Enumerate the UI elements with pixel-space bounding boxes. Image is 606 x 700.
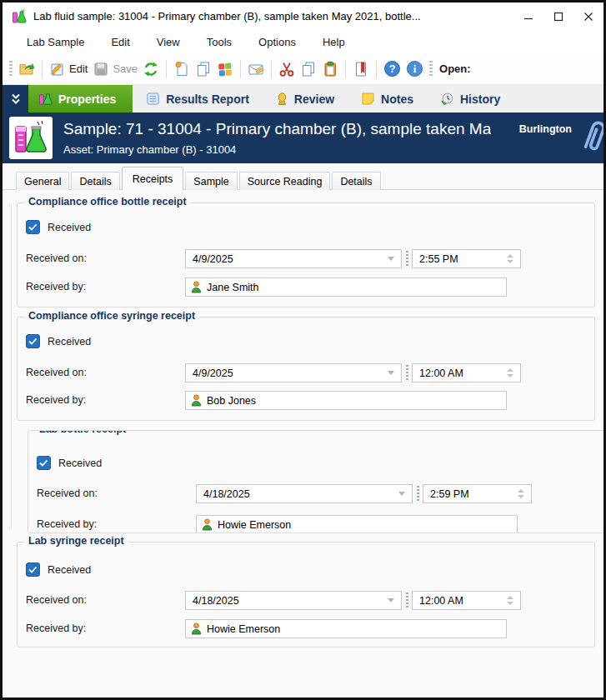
tab-history[interactable]: History bbox=[427, 85, 513, 112]
tab-details-1[interactable]: Details bbox=[71, 172, 119, 190]
refresh-button[interactable] bbox=[140, 59, 162, 79]
toolbar-grip[interactable] bbox=[429, 61, 433, 78]
received-by-field[interactable]: Bob Jones bbox=[185, 391, 507, 410]
info-button[interactable]: i bbox=[403, 58, 426, 79]
title-bar: Lab fluid sample: 31004 - Primary chambe… bbox=[3, 2, 603, 30]
minimize-button[interactable] bbox=[513, 2, 543, 30]
toolbar: Edit Save bbox=[3, 53, 603, 85]
panel-edge-line bbox=[11, 203, 12, 530]
tab-notes[interactable]: Notes bbox=[348, 85, 427, 112]
receipts-panel: General Details Receipts Sample Source R… bbox=[3, 163, 603, 698]
time-value: 2:59 PM bbox=[430, 488, 469, 500]
dropdown-arrow-icon[interactable] bbox=[388, 598, 394, 602]
time-spinner[interactable] bbox=[518, 489, 524, 498]
lab-fluid-sample-window: Lab fluid sample: 31004 - Primary chambe… bbox=[0, 0, 606, 700]
toolbar-grip[interactable] bbox=[9, 61, 13, 78]
time-spinner[interactable] bbox=[507, 596, 513, 605]
received-label: Received bbox=[48, 222, 91, 233]
received-on-date-field[interactable]: 4/18/2025 bbox=[185, 591, 402, 610]
group-title: Lab syringe receipt bbox=[24, 535, 128, 547]
paperclip-icon[interactable] bbox=[580, 118, 606, 161]
tab-properties[interactable]: Properties bbox=[28, 85, 133, 112]
send-mail-button[interactable] bbox=[245, 59, 267, 79]
person-icon bbox=[191, 622, 202, 635]
tab-general[interactable]: General bbox=[16, 172, 69, 190]
tab-review[interactable]: Review bbox=[263, 85, 348, 112]
received-checkbox[interactable] bbox=[26, 562, 40, 577]
dropdown-arrow-icon[interactable] bbox=[398, 492, 405, 496]
gold-seal-icon bbox=[276, 92, 288, 106]
time-value: 12:00 AM bbox=[419, 368, 463, 379]
dropdown-arrow-icon[interactable] bbox=[388, 257, 394, 261]
toolbar-separator bbox=[376, 60, 377, 78]
view-tab-bar: Properties Results Report Review Notes bbox=[3, 85, 603, 112]
info-icon: i bbox=[406, 60, 423, 78]
person-icon bbox=[191, 394, 202, 407]
received-checkbox[interactable] bbox=[37, 456, 51, 470]
save-button[interactable]: Save bbox=[90, 59, 140, 79]
new-document-button[interactable] bbox=[171, 59, 193, 79]
windows-logo-button[interactable] bbox=[214, 59, 236, 79]
save-button-label: Save bbox=[113, 62, 138, 75]
received-on-time-field[interactable]: 12:00 AM bbox=[412, 363, 521, 382]
toolbar-separator bbox=[345, 60, 346, 78]
report-bookmark-icon bbox=[353, 61, 369, 78]
received-by-field[interactable]: Howie Emerson bbox=[185, 619, 507, 638]
tab-details-2[interactable]: Details bbox=[332, 172, 380, 190]
received-on-date-field[interactable]: 4/9/2025 bbox=[185, 363, 402, 382]
dropdown-arrow-icon[interactable] bbox=[388, 371, 394, 375]
double-chevron-down-icon bbox=[9, 92, 23, 106]
group-lab-syringe-receipt: Lab syringe receipt Received Received on… bbox=[17, 542, 595, 648]
clock-icon bbox=[440, 92, 454, 106]
tab-receipts[interactable]: Receipts bbox=[122, 167, 184, 190]
menu-help[interactable]: Help bbox=[313, 32, 355, 52]
received-on-time-field[interactable]: 2:55 PM bbox=[412, 249, 521, 268]
group-compliance-office-bottle-receipt: Compliance office bottle receipt Receive… bbox=[17, 202, 595, 308]
help-button[interactable]: ? bbox=[381, 58, 403, 79]
page-tab-strip: General Details Receipts Sample Source R… bbox=[16, 167, 383, 190]
received-checkbox[interactable] bbox=[26, 334, 40, 348]
folder-export-icon bbox=[18, 61, 35, 78]
received-checkbox[interactable] bbox=[26, 220, 40, 234]
time-spinner[interactable] bbox=[507, 254, 513, 263]
folder-export-button[interactable] bbox=[16, 59, 38, 79]
report-button[interactable] bbox=[350, 59, 372, 79]
tab-results-report[interactable]: Results Report bbox=[133, 85, 263, 112]
tab-source-reading[interactable]: Source Reading bbox=[239, 172, 331, 190]
cut-scissors-icon bbox=[278, 61, 295, 78]
menu-options[interactable]: Options bbox=[248, 32, 306, 52]
report-table-icon bbox=[146, 92, 160, 106]
received-by-field[interactable]: Jane Smith bbox=[185, 278, 507, 297]
group-title: Lab bottle receipt bbox=[35, 430, 130, 435]
time-spinner[interactable] bbox=[507, 368, 513, 378]
open-label: Open: bbox=[439, 62, 471, 75]
received-on-time-field[interactable]: 2:59 PM bbox=[423, 484, 532, 503]
received-on-date-field[interactable]: 4/18/2025 bbox=[196, 484, 413, 503]
asset-subtitle: Asset: Primary chamber (B) - 31004 bbox=[63, 143, 236, 156]
received-by-value: Bob Jones bbox=[207, 395, 256, 407]
received-on-time-field[interactable]: 12:00 AM bbox=[412, 591, 521, 610]
new-document-icon bbox=[173, 61, 190, 78]
close-button[interactable] bbox=[573, 2, 603, 30]
menu-edit[interactable]: Edit bbox=[101, 32, 139, 52]
date-value: 4/9/2025 bbox=[193, 368, 233, 379]
tab-sample[interactable]: Sample bbox=[185, 172, 237, 190]
menu-lab-sample[interactable]: Lab Sample bbox=[17, 32, 94, 52]
received-by-value: Jane Smith bbox=[207, 282, 259, 293]
received-on-date-field[interactable]: 4/9/2025 bbox=[185, 249, 402, 268]
dotted-separator bbox=[406, 365, 408, 381]
tab-properties-label: Properties bbox=[58, 92, 116, 106]
copy-button[interactable] bbox=[298, 59, 319, 79]
copy-document-button[interactable] bbox=[193, 59, 214, 79]
received-by-label: Received by: bbox=[26, 281, 86, 292]
paste-button[interactable] bbox=[319, 59, 341, 79]
cut-button[interactable] bbox=[276, 59, 298, 79]
collapse-chevron-button[interactable] bbox=[3, 85, 28, 112]
maximize-button[interactable] bbox=[543, 2, 573, 30]
tab-results-report-label: Results Report bbox=[166, 92, 249, 106]
menu-view[interactable]: View bbox=[147, 32, 190, 52]
received-by-field[interactable]: Howie Emerson bbox=[196, 515, 518, 533]
edit-button[interactable]: Edit bbox=[47, 59, 90, 79]
menu-tools[interactable]: Tools bbox=[197, 32, 242, 52]
checkmark-icon bbox=[28, 223, 38, 231]
